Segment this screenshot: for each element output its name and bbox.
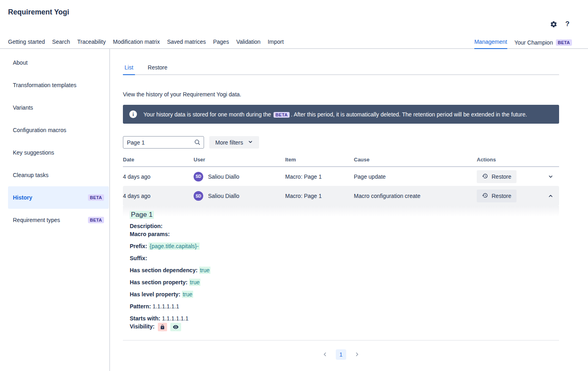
nav-management[interactable]: Management xyxy=(474,37,507,49)
row-item: Macro: Page 1 xyxy=(285,173,354,180)
top-nav: Getting started Search Traceability Modi… xyxy=(0,37,588,49)
field-pattern-value: 1.1.1.1.1.1 xyxy=(153,303,179,310)
history-table: Date User Item Cause Actions 4 days ago … xyxy=(123,157,559,340)
field-has-section-dependency: Has section dependency: true xyxy=(130,266,559,274)
search-input[interactable] xyxy=(123,136,204,149)
history-tabs: List Restore xyxy=(123,60,559,75)
nav-saved-matrices[interactable]: Saved matrices xyxy=(167,37,206,48)
more-filters-button[interactable]: More filters xyxy=(209,136,259,149)
row-cause: Page update xyxy=(354,173,477,180)
history-restore-icon xyxy=(482,173,488,180)
chevron-down-icon xyxy=(248,139,253,146)
tab-restore[interactable]: Restore xyxy=(146,60,169,74)
restore-button[interactable]: Restore xyxy=(477,170,517,183)
col-user: User xyxy=(194,157,285,163)
help-icon[interactable]: ? xyxy=(566,20,570,28)
field-prefix: Prefix: {page.title.capitals}- xyxy=(130,242,559,250)
sidebar: About Transformation templates Variants … xyxy=(0,49,110,371)
page-header: Requirement Yogi ? xyxy=(0,0,588,37)
sidebar-item-about[interactable]: About xyxy=(8,51,109,74)
page-number[interactable]: 1 xyxy=(336,349,346,360)
user-name: Saliou Diallo xyxy=(208,173,239,180)
history-restore-icon xyxy=(482,192,488,200)
nav-search[interactable]: Search xyxy=(52,37,70,48)
sidebar-item-requirement-types[interactable]: Requirement types BETA xyxy=(8,209,109,231)
field-visibility: Visibility: xyxy=(130,322,559,331)
detail-title: Page 1 xyxy=(130,211,154,219)
field-suffix: Suffix: xyxy=(130,254,559,262)
user-name: Saliou Diallo xyxy=(208,193,239,199)
row-cause: Macro configuration create xyxy=(354,193,477,199)
chevron-right-icon[interactable] xyxy=(353,351,361,358)
sidebar-item-variants[interactable]: Variants xyxy=(8,96,109,119)
sidebar-item-configuration-macros[interactable]: Configuration macros xyxy=(8,119,109,141)
banner-text: Your history data is stored for one mont… xyxy=(143,111,527,118)
settings-gear-icon[interactable] xyxy=(550,20,557,28)
row-date: 4 days ago xyxy=(123,193,194,199)
search-icon xyxy=(194,139,201,147)
info-banner: i Your history data is stored for one mo… xyxy=(123,105,559,124)
field-has-section-property-value: true xyxy=(189,279,200,286)
description-label: Description: xyxy=(130,223,163,229)
col-item: Item xyxy=(285,157,354,163)
expand-row-chevron-down-icon[interactable] xyxy=(547,173,554,180)
field-has-section-property: Has section property: true xyxy=(130,278,559,286)
history-detail-panel: Page 1 Description: Macro params: Prefix… xyxy=(123,206,559,340)
field-starts-with: Starts with: 1.1.1.1.1.1 xyxy=(130,314,559,322)
info-icon: i xyxy=(129,110,137,118)
beta-badge: BETA xyxy=(88,217,104,223)
table-row-expanded: 4 days ago SD Saliou Diallo Macro: Page … xyxy=(123,186,559,206)
beta-badge: BETA xyxy=(274,112,290,118)
field-has-level-property-value: true xyxy=(182,291,193,298)
field-starts-with-value: 1.1.1.1.1.1 xyxy=(162,315,188,322)
chevron-left-icon[interactable] xyxy=(321,351,329,358)
tab-list[interactable]: List xyxy=(123,60,135,75)
row-date: 4 days ago xyxy=(123,173,194,180)
intro-text: View the history of your Requirement Yog… xyxy=(123,91,559,98)
main-content: List Restore View the history of your Re… xyxy=(110,49,588,371)
restore-button[interactable]: Restore xyxy=(477,190,517,202)
table-header: Date User Item Cause Actions xyxy=(123,157,559,167)
sidebar-item-key-suggestions[interactable]: Key suggestions xyxy=(8,141,109,164)
row-user: SD Saliou Diallo xyxy=(194,172,285,181)
field-has-level-property: Has level property: true xyxy=(130,290,559,298)
nav-import[interactable]: Import xyxy=(268,37,284,48)
nav-modification-matrix[interactable]: Modification matrix xyxy=(113,37,160,48)
beta-badge: BETA xyxy=(88,194,104,201)
table-row: 4 days ago SD Saliou Diallo Macro: Page … xyxy=(123,167,559,186)
pagination: 1 xyxy=(123,349,559,360)
sidebar-item-history[interactable]: History BETA xyxy=(8,186,109,209)
lock-icon xyxy=(158,323,167,331)
nav-pages[interactable]: Pages xyxy=(213,37,229,48)
row-user: SD Saliou Diallo xyxy=(194,191,285,201)
eye-icon xyxy=(170,323,181,331)
macro-params-label: Macro params: xyxy=(130,231,170,237)
field-prefix-value: {page.title.capitals}- xyxy=(149,243,199,250)
field-pattern: Pattern: 1.1.1.1.1.1 xyxy=(130,302,559,310)
sidebar-item-transformation-templates[interactable]: Transformation templates xyxy=(8,74,109,96)
nav-getting-started[interactable]: Getting started xyxy=(8,37,45,48)
beta-badge: BETA xyxy=(556,39,572,46)
collapse-row-chevron-up-icon[interactable] xyxy=(547,192,554,200)
field-has-section-dependency-value: true xyxy=(199,267,210,274)
row-item: Macro: Page 1 xyxy=(285,193,354,199)
nav-validation[interactable]: Validation xyxy=(236,37,260,48)
page-title: Requirement Yogi xyxy=(8,8,69,16)
nav-traceability[interactable]: Traceability xyxy=(77,37,106,48)
sidebar-item-cleanup-tasks[interactable]: Cleanup tasks xyxy=(8,164,109,186)
avatar: SD xyxy=(194,172,203,181)
filter-row: More filters xyxy=(123,136,559,149)
col-date: Date xyxy=(123,157,194,163)
col-actions: Actions xyxy=(477,157,559,163)
nav-your-champion-label: Your Champion xyxy=(514,39,553,46)
avatar: SD xyxy=(194,191,203,201)
nav-your-champion[interactable]: Your Champion BETA xyxy=(514,38,572,48)
col-cause: Cause xyxy=(354,157,477,163)
